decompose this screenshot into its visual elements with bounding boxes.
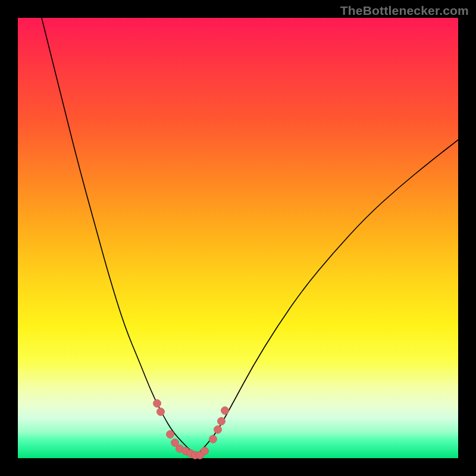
marker-dot [201, 447, 209, 455]
curves-svg [18, 18, 458, 458]
left-curve [42, 18, 196, 455]
marker-dot [154, 400, 161, 408]
marker-dot [221, 407, 229, 415]
right-curve [196, 140, 458, 455]
chart-frame: TheBottlenecker.com [0, 0, 476, 476]
watermark-text: TheBottlenecker.com [340, 4, 469, 18]
marker-dot [209, 436, 217, 443]
marker-dot [218, 418, 226, 425]
marker-dot [157, 408, 165, 416]
marker-group [154, 400, 229, 459]
marker-dot [214, 426, 222, 434]
marker-dot [167, 431, 174, 439]
plot-area [18, 18, 458, 458]
